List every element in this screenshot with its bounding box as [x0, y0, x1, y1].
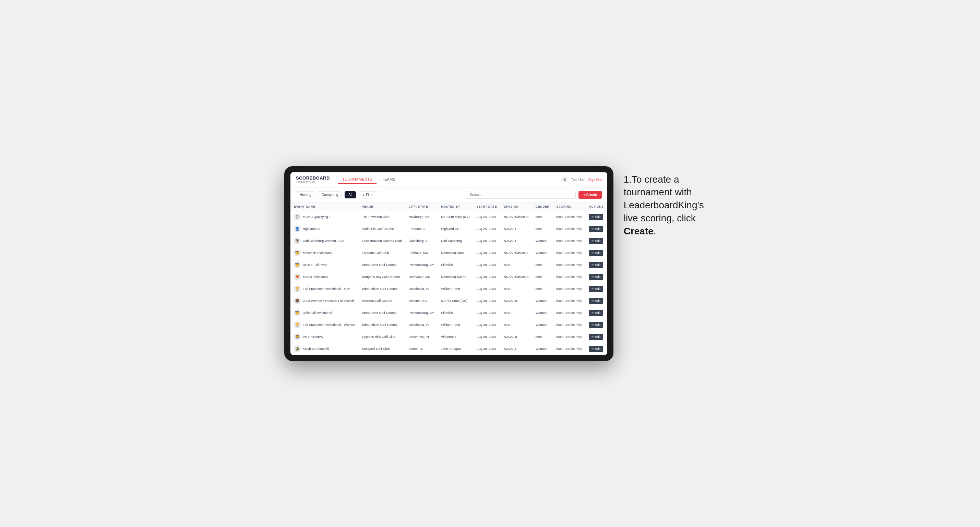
cell-division: NAIA: [500, 283, 532, 295]
cell-division: NJCAA II: [500, 331, 532, 343]
cell-division: NJCAA II: [500, 295, 532, 307]
cell-start-date: Aug 28, 2023: [473, 259, 500, 271]
cell-gender: Women: [532, 247, 553, 259]
event-icon: 🏆: [294, 321, 301, 328]
tab-tournaments[interactable]: TOURNAMENTS: [338, 175, 377, 184]
event-name-text: UPIKE Fall Invite: [303, 263, 328, 267]
edit-button[interactable]: ✏ Edit: [589, 226, 603, 232]
cell-venue: StoneCrest Golf Course: [358, 307, 405, 319]
cell-hosted-by: Mt. Saint Mary (NY): [438, 211, 473, 223]
cell-start-date: Aug 28, 2023: [473, 331, 500, 343]
cell-gender: Men: [532, 271, 553, 283]
event-name-text: Carl Sandburg Women FA23: [303, 239, 344, 243]
annotation-line2: tournament with: [624, 187, 692, 197]
sign-out-link[interactable]: Sign Out: [589, 178, 602, 182]
settings-icon[interactable]: ⚙: [561, 176, 568, 183]
search-input[interactable]: [466, 191, 576, 199]
cell-division: NJCAA I: [500, 343, 532, 355]
filter-icon: ≡: [363, 193, 364, 197]
edit-button[interactable]: ✏ Edit: [589, 286, 603, 292]
cell-actions: ✏ Edit: [585, 211, 607, 223]
edit-button[interactable]: ✏ Edit: [589, 346, 603, 352]
filter-options-btn[interactable]: ≡ Filter: [359, 191, 377, 198]
edit-button[interactable]: ✏ Edit: [589, 334, 603, 340]
navbar-right: ⚙ Test User Sign Out: [561, 176, 602, 183]
cell-city-state: Hesston, KS: [405, 295, 438, 307]
table-body: 🏌 MSMC Qualifying 1 The Powelton Club Ne…: [290, 211, 607, 355]
col-hosted-by: HOSTED BY: [438, 203, 473, 211]
cell-venue: Lake Bracken Country Club: [358, 235, 405, 247]
event-cell: 🦁 VU PREVIEW: [294, 333, 355, 340]
cell-start-date: Aug 28, 2023: [473, 295, 500, 307]
event-cell: 🤠 Maverick Invitational: [294, 249, 355, 256]
cell-start-date: Aug 28, 2023: [473, 247, 500, 259]
cell-venue: Kokopelli Golf Club: [358, 343, 405, 355]
cell-gender: Men: [532, 259, 553, 271]
event-icon: 🦅: [294, 238, 301, 244]
cell-event-name: 🦁 VU PREVIEW: [290, 331, 358, 343]
event-cell: 🐊 Klash at Kokopelli: [294, 345, 355, 352]
tablet-screen: SCOREBOARD Powered by Clippr TOURNAMENTS…: [290, 172, 607, 355]
edit-button[interactable]: ✏ Edit: [589, 214, 603, 220]
edit-button[interactable]: ✏ Edit: [589, 322, 603, 328]
cell-scoring: team, Stroke Play: [553, 343, 585, 355]
cell-division: NAIA: [500, 307, 532, 319]
cell-event-name: 🤠 Maverick Invitational: [290, 247, 358, 259]
cell-actions: ✏ Edit: [585, 235, 607, 247]
annotation-cta: Create: [624, 226, 654, 237]
edit-button[interactable]: ✏ Edit: [589, 238, 603, 244]
cell-start-date: Aug 28, 2023: [473, 271, 500, 283]
competing-filter-btn[interactable]: Competing: [318, 191, 342, 198]
table-row: 🏆 Fall Statesmen Invitational - Women Ed…: [290, 319, 607, 331]
col-city-state: CITY, STATE: [405, 203, 438, 211]
outer-wrapper: SCOREBOARD Powered by Clippr TOURNAMENTS…: [284, 166, 696, 361]
edit-button[interactable]: ✏ Edit: [589, 310, 603, 316]
cell-actions: ✏ Edit: [585, 295, 607, 307]
cell-city-state: Oskaloosa, IA: [405, 283, 438, 295]
cell-event-name: 🐊 Klash at Kokopelli: [290, 343, 358, 355]
table-row: 🦅 Carl Sandburg Women FA23 Lake Bracken …: [290, 235, 607, 247]
table-row: 🏆 Fall Statesmen Invitational - Men Edmu…: [290, 283, 607, 295]
cell-gender: Men: [532, 331, 553, 343]
cell-scoring: team, Stroke Play: [553, 223, 585, 235]
event-cell: 🐻 2023 Women's Hesston Fall Kickoff: [294, 297, 355, 304]
logo-text: SCOREBOARD: [296, 176, 330, 181]
edit-button[interactable]: ✏ Edit: [589, 298, 603, 304]
cell-gender: Women: [532, 319, 553, 331]
cell-event-name: 🤠 UPIKE Fall Invite: [290, 259, 358, 271]
cell-hosted-by: Minnesota State: [438, 247, 473, 259]
all-filter-btn[interactable]: All: [345, 191, 356, 198]
cell-start-date: Aug 24, 2023: [473, 211, 500, 223]
cell-hosted-by: William Penn: [438, 283, 473, 295]
cell-scoring: team, Stroke Play: [553, 271, 585, 283]
cell-city-state: Oskaloosa, IA: [405, 319, 438, 331]
edit-button[interactable]: ✏ Edit: [589, 262, 603, 268]
event-name-text: Fall Statesmen Invitational - Women: [303, 323, 355, 327]
cell-actions: ✏ Edit: [585, 247, 607, 259]
event-cell: 👤 Highland 36: [294, 225, 355, 232]
cell-division: NAIA: [500, 319, 532, 331]
cell-venue: Faribault Golf Club: [358, 247, 405, 259]
edit-button[interactable]: ✏ Edit: [589, 250, 603, 256]
table-row: 🤠 upike fall invitational StoneCrest Gol…: [290, 307, 607, 319]
cell-event-name: 🦊 Morris Invitational: [290, 271, 358, 283]
create-button[interactable]: + Create: [579, 191, 602, 199]
event-icon: 🏌: [294, 213, 301, 220]
col-scoring: SCORING: [553, 203, 585, 211]
cell-event-name: 🦅 Carl Sandburg Women FA23: [290, 235, 358, 247]
cell-division: NCAA Division III: [500, 271, 532, 283]
cell-start-date: Aug 28, 2023: [473, 343, 500, 355]
hosting-filter-btn[interactable]: Hosting: [296, 191, 315, 198]
cell-actions: ✏ Edit: [585, 331, 607, 343]
annotation-text: 1.To create a tournament with Leaderboar…: [624, 173, 710, 238]
event-icon: 🐻: [294, 297, 301, 304]
cell-scoring: team, Stroke Play: [553, 211, 585, 223]
table-row: 🤠 Maverick Invitational Faribault Golf C…: [290, 247, 607, 259]
tab-teams[interactable]: TEAMS: [378, 175, 399, 184]
cell-event-name: 👤 Highland 36: [290, 223, 358, 235]
table-row: 🦁 VU PREVIEW Cypress Hills Golf Club Vin…: [290, 331, 607, 343]
edit-button[interactable]: ✏ Edit: [589, 274, 603, 280]
filter-label: Filter: [366, 193, 374, 197]
event-icon: 🏆: [294, 286, 301, 292]
cell-actions: ✏ Edit: [585, 223, 607, 235]
